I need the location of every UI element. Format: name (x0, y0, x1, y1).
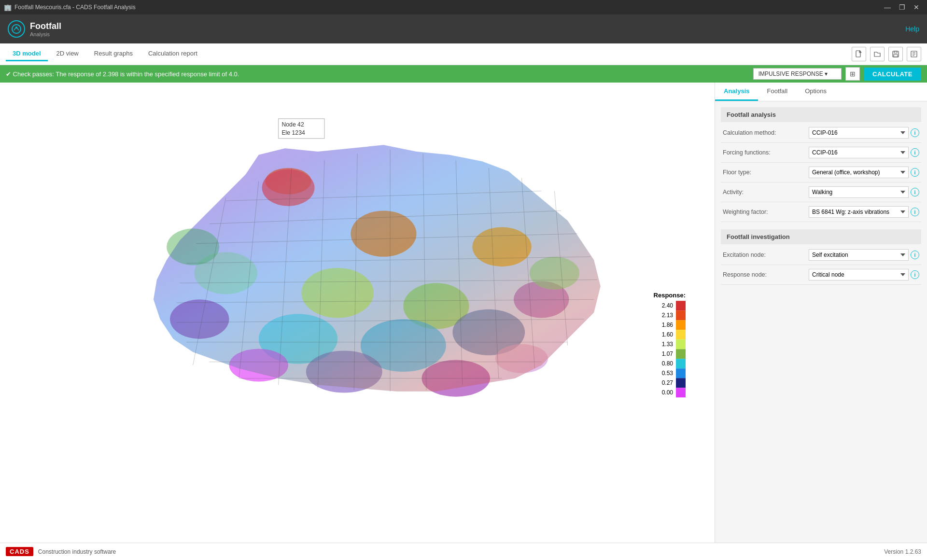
excitation-node-select[interactable]: Self excitation Manual All nodes (809, 249, 909, 261)
titlebar-left: 🏢 Footfall Mescouris.cfa - CADS Footfall… (4, 4, 136, 11)
calculation-method-info[interactable]: i (911, 128, 919, 137)
floor-type-control: General (office, workshop) Corridor Open… (809, 167, 919, 178)
filter-button[interactable]: ⊞ (845, 67, 860, 81)
legend-item-2: 1.86 (654, 320, 686, 330)
footfall-analysis-header: Footfall analysis (721, 107, 921, 122)
activity-row: Activity: Walking Running Jumping i (721, 182, 921, 202)
legend-item-6: 0.80 (654, 359, 686, 368)
legend-item-9: 0.00 (654, 388, 686, 397)
tab-3d-model[interactable]: 3D model (6, 47, 48, 61)
panel-tab-analysis[interactable]: Analysis (715, 83, 758, 101)
weighting-factor-label: Weighting factor: (723, 209, 805, 215)
excitation-node-label: Excitation node: (723, 252, 805, 258)
legend-value-0: 2.40 (662, 301, 673, 310)
legend-swatch-9 (676, 388, 686, 397)
logo-area: Footfall Analysis (8, 20, 61, 38)
weighting-factor-info[interactable]: i (911, 208, 919, 216)
legend-value-1: 2.13 (662, 310, 673, 320)
response-node-row: Response node: Critical node Manual All … (721, 265, 921, 285)
help-button[interactable]: Help (905, 25, 919, 33)
legend-value-5: 1.07 (662, 349, 673, 359)
tab-2d-view[interactable]: 2D view (50, 47, 85, 61)
export-button[interactable] (907, 47, 921, 61)
main-area: Node 42 Ele 1234 Response: 2.40 2.13 1.8… (0, 83, 927, 543)
export-icon (910, 50, 918, 58)
mesh-visualization: Node 42 Ele 1234 (0, 83, 715, 543)
activity-info[interactable]: i (911, 188, 919, 196)
footfall-logo-svg (11, 24, 22, 34)
response-node-info[interactable]: i (911, 270, 919, 279)
filter-icon: ⊞ (850, 70, 856, 78)
excitation-node-info[interactable]: i (911, 251, 919, 259)
legend-item-7: 0.53 (654, 368, 686, 378)
activity-label: Activity: (723, 189, 805, 196)
activity-select[interactable]: Walking Running Jumping (809, 186, 909, 198)
forcing-functions-select[interactable]: CCIP-016 SCI P354 (809, 147, 909, 158)
legend-item-1: 2.13 (654, 310, 686, 320)
legend-swatch-7 (676, 368, 686, 378)
response-dropdown[interactable]: IMPULSIVE RESPONSE ▾ (753, 68, 842, 80)
legend-value-9: 0.00 (662, 388, 673, 397)
panel-tab-footfall[interactable]: Footfall (758, 83, 796, 101)
titlebar-controls[interactable]: — ❐ ✕ (881, 2, 923, 12)
panel-tab-options[interactable]: Options (796, 83, 835, 101)
legend-swatch-8 (676, 378, 686, 388)
floor-type-select[interactable]: General (office, workshop) Corridor Open… (809, 167, 909, 178)
weighting-factor-select[interactable]: BS 6841 Wg: z-axis vibrations None ISO 2… (809, 206, 909, 218)
footer: CADS Construction industry software Vers… (0, 543, 927, 560)
footer-text: Construction industry software (38, 548, 116, 555)
calculation-method-control: CCIP-016 SCI P354 BS 6472 i (809, 127, 919, 139)
3d-view[interactable]: Node 42 Ele 1234 Response: 2.40 2.13 1.8… (0, 83, 715, 543)
weighting-factor-row: Weighting factor: BS 6841 Wg: z-axis vib… (721, 202, 921, 222)
tab-result-graphs[interactable]: Result graphs (87, 47, 140, 61)
legend-item-4: 1.33 (654, 339, 686, 349)
open-file-icon (873, 50, 881, 58)
forcing-functions-label: Forcing functions: (723, 149, 805, 156)
legend-value-3: 1.60 (662, 330, 673, 339)
floor-type-info[interactable]: i (911, 168, 919, 177)
legend-item-5: 1.07 (654, 349, 686, 359)
legend-value-4: 1.33 (662, 339, 673, 349)
calculate-button[interactable]: CALCULATE (864, 68, 921, 81)
excitation-node-control: Self excitation Manual All nodes i (809, 249, 919, 261)
legend-swatch-2 (676, 320, 686, 330)
forcing-functions-info[interactable]: i (911, 148, 919, 157)
panel-content: Footfall analysis Calculation method: CC… (715, 101, 927, 543)
new-file-button[interactable] (852, 47, 866, 61)
panel-tabs: Analysis Footfall Options (715, 83, 927, 101)
response-node-select[interactable]: Critical node Manual All nodes (809, 269, 909, 280)
checkbar: ✔ Check passes: The response of 2.398 is… (0, 65, 927, 83)
floor-type-label: Floor type: (723, 169, 805, 176)
footfall-investigation-header: Footfall investigation (721, 229, 921, 244)
svg-point-0 (12, 25, 21, 33)
titlebar-title: Footfall Mescouris.cfa - CADS Footfall A… (14, 4, 136, 11)
new-file-icon (855, 50, 863, 58)
node-label-group: Node 42 Ele 1234 (279, 119, 324, 139)
version-text: Version 1.2.63 (884, 548, 921, 555)
response-legend: Response: 2.40 2.13 1.86 1.60 (654, 292, 686, 397)
svg-point-1 (15, 27, 17, 28)
close-button[interactable]: ✕ (910, 2, 923, 12)
save-file-button[interactable] (888, 47, 903, 61)
checkbar-right: IMPULSIVE RESPONSE ▾ ⊞ CALCULATE (753, 67, 921, 81)
svg-text:Node 42: Node 42 (281, 121, 304, 128)
legend-swatch-4 (676, 339, 686, 349)
calculation-method-select[interactable]: CCIP-016 SCI P354 BS 6472 (809, 127, 909, 139)
toolbar-right (852, 47, 921, 61)
legend-swatch-6 (676, 359, 686, 368)
activity-control: Walking Running Jumping i (809, 186, 919, 198)
open-file-button[interactable] (870, 47, 885, 61)
legend-swatch-3 (676, 330, 686, 339)
svg-marker-30 (154, 145, 601, 392)
legend-swatch-0 (676, 301, 686, 310)
app-icon-small: 🏢 (4, 4, 12, 11)
response-dropdown-label: IMPULSIVE RESPONSE ▾ (758, 70, 828, 77)
forcing-functions-row: Forcing functions: CCIP-016 SCI P354 i (721, 143, 921, 163)
restore-button[interactable]: ❐ (895, 2, 909, 12)
svg-text:Ele 1234: Ele 1234 (281, 129, 305, 136)
minimize-button[interactable]: — (881, 2, 894, 12)
app-name: Footfall (30, 21, 61, 31)
tab-calculation-report[interactable]: Calculation report (141, 47, 204, 61)
logo-text: Footfall Analysis (30, 21, 61, 37)
forcing-functions-control: CCIP-016 SCI P354 i (809, 147, 919, 158)
